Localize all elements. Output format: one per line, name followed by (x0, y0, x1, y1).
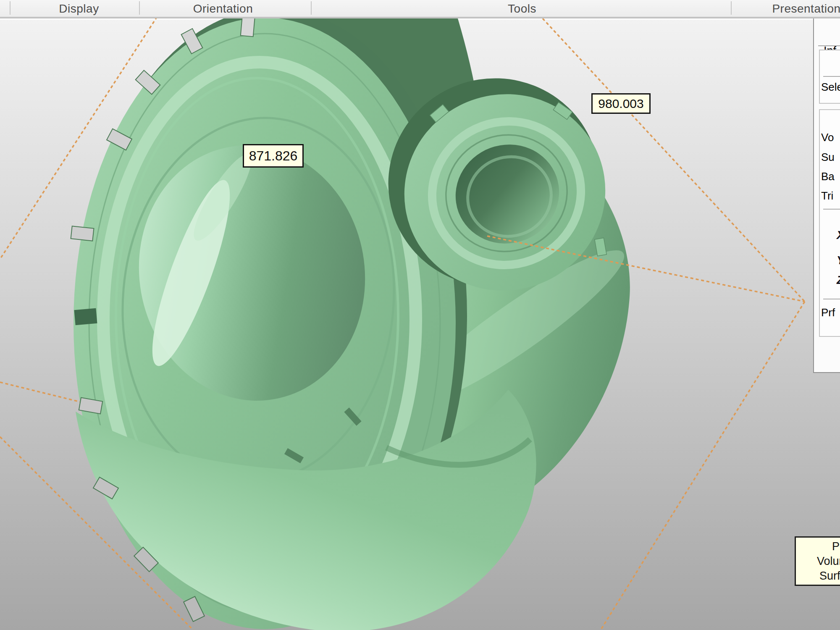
menu-bar: Display Orientation Tools Presentation (0, 0, 840, 18)
tooltip-line-3: Surfac (796, 569, 840, 583)
measurement-tooltip: P Volume Surfac (795, 536, 840, 586)
viewport-3d[interactable] (0, 18, 840, 630)
menu-separator (311, 1, 312, 15)
dimension-label-width: 871.826 (243, 144, 304, 168)
menu-separator (731, 1, 732, 15)
axis-z-label: Z (837, 273, 840, 287)
tooltip-line-2: Volume (796, 554, 840, 569)
info-panel: Inf Sele Vo Su Ba Tri X Y Z Prf (813, 18, 840, 373)
axis-y-label: Y (837, 254, 840, 267)
group-divider (823, 209, 840, 210)
menu-presentation[interactable]: Presentation (772, 2, 840, 16)
stats-group-box: Vo Su Ba Tri X Y Z Prf (819, 109, 840, 337)
axis-x-label: X (837, 228, 840, 242)
menu-tools[interactable]: Tools (508, 2, 536, 16)
selection-group-box: Sele (819, 50, 840, 104)
stat-volume-label: Vo (821, 131, 834, 144)
menu-orientation[interactable]: Orientation (193, 2, 253, 16)
panel-divider (818, 45, 840, 46)
group-divider (823, 299, 840, 300)
panel-footer-label: Prf (821, 306, 835, 319)
menu-display[interactable]: Display (59, 2, 99, 16)
select-label[interactable]: Sele (821, 81, 840, 94)
group-divider (823, 76, 840, 77)
tooltip-line-1: P (796, 539, 840, 554)
menu-separator (139, 1, 140, 15)
dimension-label-height: 980.003 (591, 93, 651, 114)
stat-triangles-label: Tri (821, 189, 833, 202)
stat-bad-label: Ba (821, 170, 835, 183)
stat-surface-label: Su (821, 151, 835, 164)
menu-separator (10, 1, 10, 15)
